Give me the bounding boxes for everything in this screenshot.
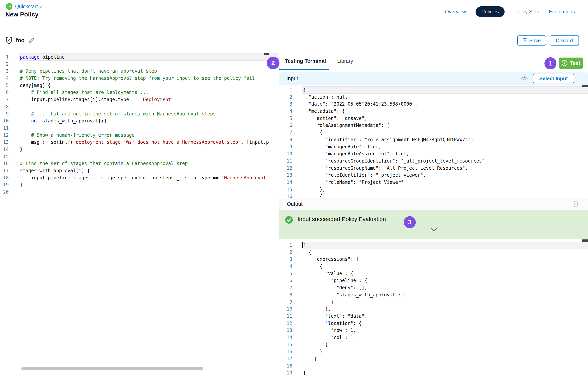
code-line[interactable]: 1[ — [279, 242, 588, 249]
line-number: 6 — [279, 122, 293, 129]
test-button[interactable]: Test — [559, 58, 583, 69]
code-line[interactable]: 9 "managedRole": true, — [279, 143, 588, 151]
code-line[interactable]: 9 } — [279, 298, 588, 306]
code-editor-output[interactable]: 1[2 {3 "expressions": [4 {5 "value": {6 … — [279, 239, 588, 377]
tab-testing-terminal[interactable]: Testing Terminal — [285, 58, 326, 64]
code-line[interactable]: 15 — [0, 153, 279, 160]
code-line[interactable]: 19} — [0, 181, 279, 188]
code-line[interactable]: 10 "managedRoleAssignment": true, — [279, 150, 588, 157]
code-line[interactable]: 16 } — [279, 348, 588, 355]
code-line[interactable]: 6 # Find all stages that are Deployments… — [0, 89, 279, 96]
line-number: 13 — [279, 172, 293, 179]
code-line[interactable]: 8 "stages_with_approval": [] — [279, 291, 588, 298]
code-line[interactable]: 17stages_with_approval[i] { — [0, 167, 279, 174]
code-line-content: # Deny pipelines that don't have an appr… — [19, 68, 279, 75]
code-line[interactable]: 9 # ... that are not in the set of stage… — [0, 110, 279, 118]
line-number: 16 — [0, 160, 11, 167]
code-line[interactable]: 20 — [0, 188, 279, 196]
code-line[interactable]: 11 "resourceGroupIdentifier": "_all_proj… — [279, 157, 588, 165]
code-line[interactable]: 12 "location": { — [279, 320, 588, 327]
success-banner: Input succeeded Policy Evaluation — [279, 210, 588, 239]
code-line-content: package pipeline — [19, 53, 279, 61]
code-line[interactable]: 5deny[msg] { — [0, 82, 279, 89]
code-line-content: "identifier": "role_assignment_NsFQM43Rq… — [302, 136, 588, 143]
code-line[interactable]: 14 "col": 1 — [279, 334, 588, 341]
discard-button[interactable]: Discard — [550, 35, 579, 46]
code-line[interactable]: 4 { — [279, 263, 588, 270]
policy-editor-scrollbar-thumb[interactable] — [264, 53, 269, 55]
line-number: 9 — [279, 298, 293, 306]
line-number: 20 — [0, 188, 11, 196]
code-line-content: "value": { — [302, 270, 588, 277]
select-input-button[interactable]: Select Input — [533, 74, 574, 83]
code-line[interactable]: 2 { — [279, 249, 588, 256]
code-line[interactable]: 18 } — [279, 363, 588, 370]
line-number: 11 — [279, 313, 293, 320]
code-editor-policy[interactable]: 1package pipeline23# Deny pipelines that… — [0, 52, 279, 366]
success-message: Input succeeded Policy Evaluation — [297, 216, 386, 222]
code-line[interactable]: 5 "action": "onsave", — [279, 115, 588, 122]
code-line[interactable]: 6 "roleAssignmentMetadata": [ — [279, 122, 588, 129]
trash-icon[interactable] — [573, 201, 579, 208]
nav-item-evaluations[interactable]: Evaluations — [549, 9, 575, 15]
code-line[interactable]: 2 "action": null, — [279, 94, 588, 101]
code-line-content: } — [19, 146, 279, 153]
code-line[interactable]: 19] — [279, 369, 588, 377]
code-line[interactable]: 8 — [0, 103, 279, 110]
code-line[interactable]: 14 "roleName": "Project Viewer" — [279, 179, 588, 186]
code-line-content: "location": { — [302, 320, 588, 327]
code-line[interactable]: 15 } — [279, 341, 588, 348]
line-number: 19 — [279, 369, 293, 377]
chevron-down-icon[interactable] — [430, 227, 438, 232]
code-line[interactable]: 13 "row": 1, — [279, 327, 588, 334]
code-line[interactable]: 6 "pipeline": { — [279, 277, 588, 284]
line-number: 15 — [279, 341, 293, 348]
code-editor-input[interactable]: 1{2 "action": null,3 "date": "2022-05-05… — [279, 85, 588, 198]
code-line[interactable]: 1package pipeline — [0, 53, 279, 61]
tab-library[interactable]: Library — [337, 58, 353, 64]
code-line[interactable]: 10 not stages_with_approval[i] — [0, 118, 279, 125]
code-line[interactable]: 1{ — [279, 86, 588, 94]
code-line[interactable]: 7 input.pipeline.stages[i].stage.type ==… — [0, 96, 279, 103]
code-toggle-icon[interactable]: </> — [521, 75, 527, 82]
code-line[interactable]: 4 "metadata": { — [279, 108, 588, 115]
code-line[interactable]: 12 # Show a human-friendly error message — [0, 132, 279, 139]
code-line[interactable]: 17 ] — [279, 355, 588, 363]
code-line[interactable]: 5 "value": { — [279, 270, 588, 277]
line-number: 14 — [279, 179, 293, 186]
code-line[interactable]: 7 { — [279, 129, 588, 136]
save-button[interactable]: Save — [517, 35, 546, 46]
code-line[interactable]: 8 "identifier": "role_assignment_NsFQM43… — [279, 136, 588, 143]
code-line[interactable]: 16# Find the set of stages that contain … — [0, 160, 279, 167]
code-line[interactable]: 13 "roleIdentifier": "_project_viewer", — [279, 172, 588, 179]
code-line-content: "text": "data", — [302, 313, 588, 320]
code-line[interactable]: 16 { — [279, 193, 588, 198]
code-line[interactable]: 15 }, — [279, 186, 588, 193]
nav-item-policies-active[interactable]: Policies — [475, 6, 505, 17]
input-editor-scrollbar-thumb[interactable] — [582, 85, 588, 87]
code-line-content: } — [302, 348, 588, 355]
code-line[interactable]: 3 "expressions": [ — [279, 256, 588, 263]
breadcrumb-link-quickstart[interactable]: Quickstart — [15, 3, 38, 10]
code-line[interactable]: 7 "deny": [], — [279, 284, 588, 291]
code-line[interactable]: 13 msg := sprintf("deployment stage '%s'… — [0, 139, 279, 146]
code-line[interactable]: 2 — [0, 61, 279, 68]
code-line[interactable]: 18 input.pipeline.stages[i].stage.spec.e… — [0, 174, 279, 182]
code-line-content: "action": null, — [302, 94, 588, 101]
code-line[interactable]: 10 }, — [279, 306, 588, 313]
toolbar-divider — [0, 52, 588, 52]
code-line[interactable]: 3# Deny pipelines that don't have an app… — [0, 68, 279, 75]
edit-pencil-icon[interactable] — [28, 37, 35, 44]
nav-item-overview[interactable]: Overview — [445, 9, 466, 15]
code-line[interactable]: 14} — [0, 146, 279, 153]
line-number: 10 — [279, 306, 293, 313]
code-line[interactable]: 11 "text": "data", — [279, 313, 588, 320]
policy-editor-horizontal-scrollbar[interactable] — [21, 367, 203, 370]
output-editor-scrollbar-thumb[interactable] — [582, 239, 588, 242]
code-line[interactable]: 3 "date": "2022-05-05T20:41:23.538+0000"… — [279, 101, 588, 108]
code-line[interactable]: 12 "resourceGroupName": "All Project Lev… — [279, 165, 588, 172]
nav-item-policy-sets[interactable]: Policy Sets — [514, 9, 539, 15]
code-line[interactable]: 4# NOTE: Try removing the HarnessApprova… — [0, 75, 279, 82]
code-line[interactable]: 11 — [0, 125, 279, 132]
page-title: New Policy — [5, 11, 38, 18]
